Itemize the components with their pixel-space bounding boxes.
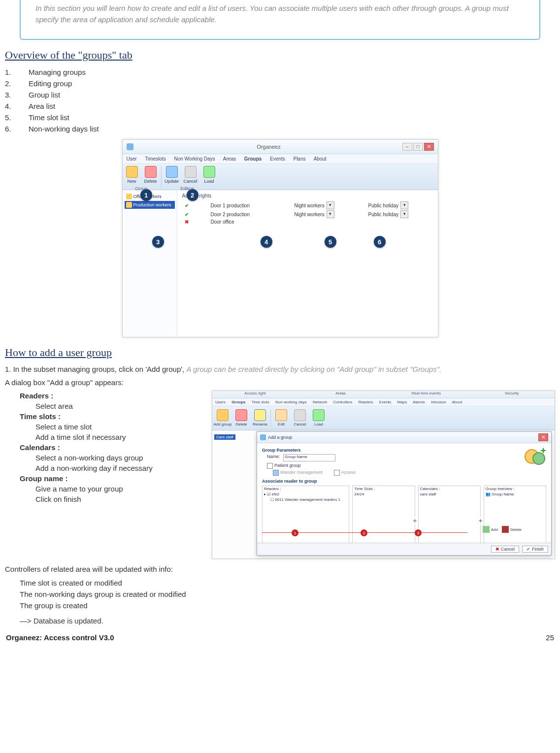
- overview-item: Time slot list: [29, 113, 69, 122]
- tab-groups[interactable]: Groups: [244, 156, 262, 162]
- group-item[interactable]: Production workers: [125, 201, 175, 209]
- window-controls[interactable]: –□✕: [401, 143, 434, 151]
- door-label: Door 2 production: [211, 212, 295, 217]
- logo-icon: [127, 143, 136, 150]
- heading-overview: Overview of the "groups" tab: [5, 49, 555, 62]
- dropdown-icon[interactable]: ▾: [400, 210, 408, 218]
- maximize-icon[interactable]: □: [413, 143, 423, 151]
- plus-icon[interactable]: +: [413, 517, 417, 524]
- side-group-item[interactable]: Care staff: [214, 434, 235, 440]
- tab-timeslots[interactable]: Timeslots: [145, 156, 165, 162]
- tab-user[interactable]: User: [127, 156, 137, 162]
- red-marker: 3: [415, 529, 422, 536]
- checkbox-patient[interactable]: [267, 463, 273, 469]
- overview-item: Editing group: [29, 79, 72, 88]
- tab-controllers[interactable]: Controllers: [333, 400, 352, 404]
- group-people-icon: +: [525, 445, 545, 466]
- dropdown-icon[interactable]: ▾: [327, 201, 334, 209]
- overview-item: Managing groups: [29, 68, 86, 76]
- tab-readers[interactable]: Readers: [358, 400, 373, 404]
- dialog-footer: ✖Cancel ✔Finish: [257, 543, 551, 555]
- delete-button[interactable]: Delete: [502, 526, 522, 533]
- check-icon: ✔: [182, 203, 191, 208]
- cross-icon: ✖: [495, 547, 499, 552]
- plus-icon[interactable]: +: [479, 517, 483, 524]
- category-bar: Access rightAreasReal time eventsSecurit…: [212, 391, 555, 398]
- tab-nonworking[interactable]: Non working days: [275, 400, 307, 404]
- tab-timeslots[interactable]: Time slots: [252, 400, 269, 404]
- close-icon[interactable]: ✕: [538, 433, 548, 441]
- group-tree[interactable]: Office workers Production workers: [123, 190, 177, 336]
- door-label: Door office: [211, 219, 295, 225]
- checkbox-label: Wander management: [280, 470, 323, 475]
- dropdown-icon[interactable]: ▾: [327, 210, 334, 218]
- access-rights-panel: Access rights ✔ Door 1 production Night …: [177, 190, 438, 336]
- overview-item: Area list: [29, 102, 55, 110]
- finish-button[interactable]: ✔Finish: [522, 546, 548, 553]
- menu-tabs[interactable]: Users Groups Time slots Non working days…: [212, 398, 555, 406]
- tab-events[interactable]: Events: [270, 156, 285, 162]
- dropdown-icon[interactable]: ▾: [400, 201, 408, 209]
- tab-users[interactable]: Users: [215, 400, 226, 404]
- overview-list: 1.Managing groups 2.Editing group 3.Grou…: [5, 66, 555, 134]
- tab-network[interactable]: Network: [313, 400, 327, 404]
- cancel-button[interactable]: ✖Cancel: [491, 546, 519, 553]
- add-group-button[interactable]: Add group: [213, 407, 232, 429]
- tab-alarms[interactable]: Alarms: [413, 400, 425, 404]
- page-footer: Organeez: Access control V3.0 25: [5, 626, 555, 644]
- tab-groups[interactable]: Groups: [231, 400, 245, 404]
- tab-maps[interactable]: Maps: [397, 400, 407, 404]
- load-button[interactable]: Load: [200, 164, 219, 190]
- checkbox-label: Patient group: [274, 463, 301, 468]
- marker-circle: 4: [261, 236, 272, 248]
- add-group-dialog: Add a group ✕ Group Parameters Name: Gro…: [257, 431, 552, 556]
- tab-areas[interactable]: Areas: [223, 156, 236, 162]
- load-button[interactable]: Load: [309, 407, 328, 429]
- check-icon: ✔: [527, 547, 530, 552]
- group-icon: [126, 202, 132, 208]
- marker-circle: 1: [140, 189, 152, 201]
- overview-item: Group list: [29, 91, 60, 99]
- checkbox-access[interactable]: [334, 470, 340, 476]
- tab-about[interactable]: About: [452, 400, 462, 404]
- timeslot-value: Night workers: [295, 203, 325, 208]
- tab-intrusion[interactable]: Intrusion: [431, 400, 446, 404]
- cancel-button[interactable]: Cancel: [291, 407, 309, 429]
- add-button[interactable]: Add: [483, 526, 498, 533]
- delete-button[interactable]: Delete: [232, 407, 251, 429]
- check-icon: ✔: [182, 212, 191, 217]
- marker-circle: 2: [187, 189, 198, 201]
- footer-left: Organeez: Access control V3.0: [6, 633, 114, 642]
- minimize-icon[interactable]: –: [402, 143, 412, 151]
- tab-events[interactable]: Events: [379, 400, 391, 404]
- tab-plans[interactable]: Plans: [293, 156, 305, 162]
- rights-row: ✔ Door 1 production Night workers▾ Publi…: [182, 201, 433, 209]
- ribbon-toolbar: Add group Delete Rename Edit Cancel Load: [212, 406, 555, 430]
- panel-header: Access rights: [182, 193, 433, 198]
- update-button[interactable]: Update: [163, 164, 181, 190]
- menu-tabs[interactable]: User Timeslots Non Working Days Areas Gr…: [123, 154, 438, 164]
- page-number: 25: [546, 633, 554, 642]
- group-name-input[interactable]: Group Name: [283, 454, 335, 461]
- db-updated-line: —> Database is updated.: [20, 615, 555, 626]
- group-icon: [126, 194, 132, 199]
- calendar-value: Public holiday: [368, 203, 399, 208]
- section-label: Group Parameters: [262, 448, 546, 453]
- app-icon: [260, 434, 266, 440]
- overview-item: Non-working days list: [29, 125, 99, 133]
- rename-button[interactable]: Rename: [251, 407, 269, 429]
- door-label: Door 1 production: [211, 203, 295, 208]
- section-label: Associate reader to group: [262, 479, 546, 484]
- list-item: The group is created: [20, 600, 555, 611]
- tab-nonworking[interactable]: Non Working Days: [174, 156, 215, 162]
- heading-add-group: How to add a user group: [5, 346, 555, 359]
- edit-button[interactable]: Edit: [272, 407, 291, 429]
- checkbox-wander[interactable]: [273, 470, 279, 476]
- name-label: Name:: [267, 454, 280, 459]
- cross-icon: ✖: [182, 219, 191, 225]
- controllers-line: Controllers of related area will be upda…: [5, 564, 555, 574]
- intro-callout: In this section you will learn how to cr…: [20, 0, 540, 40]
- close-icon[interactable]: ✕: [424, 143, 434, 151]
- tab-about[interactable]: About: [314, 156, 327, 162]
- timeslot-value: Night workers: [295, 212, 325, 217]
